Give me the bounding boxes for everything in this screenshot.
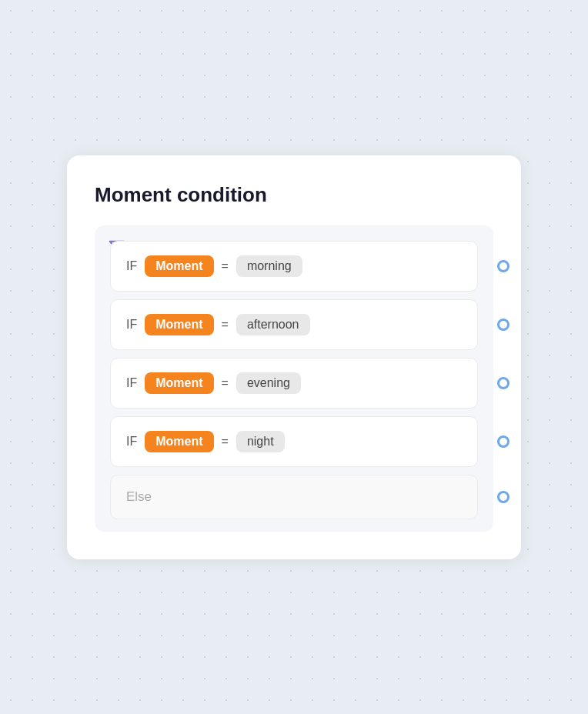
- equals-afternoon: =: [222, 318, 229, 332]
- value-badge-afternoon[interactable]: afternoon: [236, 314, 310, 335]
- if-label-afternoon: IF: [126, 318, 137, 332]
- conditions-list: IF Moment = morning IF Moment = afternoo…: [110, 241, 478, 519]
- condition-row-evening[interactable]: IF Moment = evening: [110, 358, 478, 409]
- equals-evening: =: [222, 376, 229, 390]
- if-label-evening: IF: [126, 376, 137, 390]
- connector-dot-evening[interactable]: [497, 377, 509, 389]
- card-title: Moment condition: [95, 183, 493, 207]
- condition-row-afternoon[interactable]: IF Moment = afternoon: [110, 299, 478, 350]
- moment-condition-card: Moment condition IF Moment = morning IF …: [67, 155, 521, 559]
- moment-badge-night[interactable]: Moment: [145, 431, 213, 452]
- else-label: Else: [126, 489, 152, 505]
- connector-dot-night[interactable]: [497, 435, 509, 448]
- if-label-night: IF: [126, 435, 137, 449]
- connector-dot-morning[interactable]: [497, 260, 509, 272]
- equals-morning: =: [222, 259, 229, 273]
- condition-row-night[interactable]: IF Moment = night: [110, 416, 478, 467]
- connector-dot-afternoon[interactable]: [497, 319, 509, 331]
- value-badge-night[interactable]: night: [236, 431, 285, 452]
- conditions-container: IF Moment = morning IF Moment = afternoo…: [95, 225, 493, 532]
- moment-badge-evening[interactable]: Moment: [145, 372, 213, 394]
- condition-row-else[interactable]: Else: [110, 475, 478, 519]
- value-badge-evening[interactable]: evening: [236, 372, 301, 394]
- moment-badge-morning[interactable]: Moment: [145, 255, 213, 277]
- equals-night: =: [222, 435, 229, 449]
- value-badge-morning[interactable]: morning: [236, 255, 302, 277]
- condition-row-morning[interactable]: IF Moment = morning: [110, 241, 478, 292]
- moment-badge-afternoon[interactable]: Moment: [145, 314, 213, 335]
- if-label-morning: IF: [126, 259, 137, 273]
- connector-dot-else[interactable]: [497, 491, 509, 503]
